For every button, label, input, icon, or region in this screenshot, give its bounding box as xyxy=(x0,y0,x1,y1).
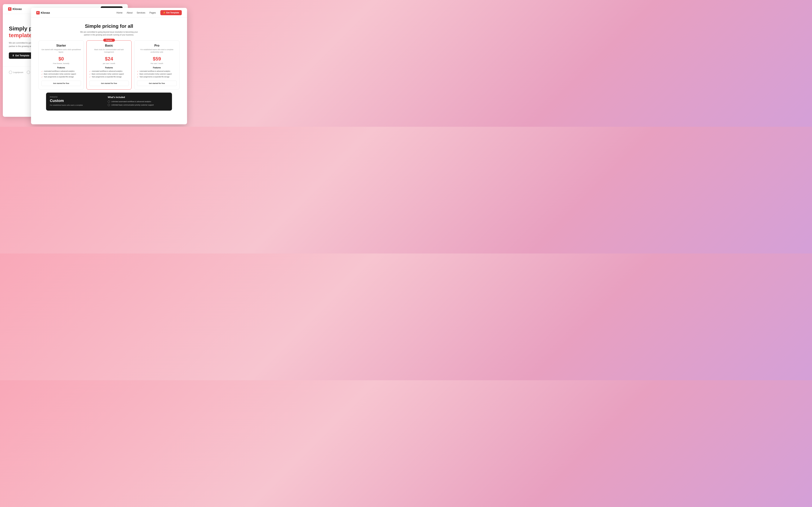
enterprise-description: For established teams who want a complet… xyxy=(50,104,100,107)
check-icon: ✓ xyxy=(137,70,139,72)
check-icon: ✓ xyxy=(137,73,139,75)
basic-features: ✓Automated workflows & advanced analytic… xyxy=(89,70,129,78)
headline-accent2: template xyxy=(9,32,32,38)
starter-features-title: Features xyxy=(41,67,81,69)
pro-price: $59 xyxy=(137,56,177,62)
logo-circle-1 xyxy=(9,71,12,74)
basic-feature-1: ✓Automated workflows & advanced analytic… xyxy=(89,70,129,72)
pro-feature-1: ✓Automated workflows & advanced analytic… xyxy=(137,70,177,72)
starter-period: Free forever, honestly xyxy=(41,62,81,64)
starter-features: ✓Automated workflows & advanced analytic… xyxy=(41,70,81,78)
basic-feature-2: ✓Basic communication riority customer su… xyxy=(89,73,129,75)
check-icon: ✓ xyxy=(89,76,91,78)
enterprise-feature-2: Unlimited basic communication priority c… xyxy=(108,104,168,106)
basic-feature-3: ✓Task assignments & expanded file storag… xyxy=(89,76,129,78)
back-logo-icon: K xyxy=(8,7,11,11)
front-window: K Klovax Home About Services Pages ⚡ Get… xyxy=(31,8,187,124)
pricing-header: Simple pricing for all We are committed … xyxy=(39,23,180,36)
basic-features-title: Features xyxy=(89,67,129,69)
front-nav-logo: K Klovax xyxy=(36,11,50,14)
starter-feature-1: ✓Automated workflows & advanced analytic… xyxy=(41,70,81,72)
check-icon: ✓ xyxy=(89,70,91,72)
pro-feature-2: ✓Basic communication riority customer su… xyxy=(137,73,177,75)
back-hero-cta-button[interactable]: ⬇ Get Template xyxy=(9,52,33,59)
enterprise-feature-1: Unlimited automated workflows & advanced… xyxy=(108,101,168,103)
check-icon: ✓ xyxy=(89,73,91,75)
check-icon: ✓ xyxy=(137,76,139,78)
enterprise-section: Enterprise Custom For established teams … xyxy=(46,93,172,111)
pro-cta-button[interactable]: Get started for free xyxy=(137,80,177,86)
enterprise-right: What's included Unlimited automated work… xyxy=(108,96,168,107)
starter-title: Starter xyxy=(41,44,81,47)
basic-title: Basic xyxy=(89,44,129,47)
back-logo-text: Klovax xyxy=(13,7,22,10)
pricing-title: Simple pricing for all xyxy=(39,23,180,29)
starter-price: $0 xyxy=(41,56,81,62)
front-nav-cta-button[interactable]: ⚡ Get Template xyxy=(160,10,182,15)
basic-period: per user / month xyxy=(89,62,129,64)
enterprise-what-included: What's included xyxy=(108,96,168,99)
front-nav-services[interactable]: Services xyxy=(137,11,145,14)
front-nav-links: Home About Services Pages xyxy=(116,11,156,14)
logo-item-1: Logoipsum xyxy=(9,71,23,74)
back-nav-logo: K Klovax xyxy=(8,7,22,11)
pro-features: ✓Automated workflows & advanced analytic… xyxy=(137,70,177,78)
pricing-card-basic: Popular Basic Basic tools for communicat… xyxy=(87,40,132,90)
enterprise-left: Enterprise Custom For established teams … xyxy=(50,96,100,107)
basic-desc: Basic tools for communication and task m… xyxy=(89,48,129,54)
check-icon: ✓ xyxy=(41,70,43,72)
pricing-section: Simple pricing for all We are committed … xyxy=(31,18,187,114)
enterprise-title: Custom xyxy=(50,99,100,103)
pro-title: Pro xyxy=(137,44,177,47)
enterprise-label: Enterprise xyxy=(50,96,100,98)
pro-period: Per user / month xyxy=(137,62,177,64)
logo-circle-2 xyxy=(27,71,30,74)
starter-cta-button[interactable]: Get started for free xyxy=(41,80,81,86)
pro-desc: For established teams who want a complet… xyxy=(137,48,177,54)
pricing-card-starter: Starter Get started with Integrations an… xyxy=(39,40,84,90)
front-nav: K Klovax Home About Services Pages ⚡ Get… xyxy=(31,8,187,18)
back-hero-cta-label: Get Template xyxy=(15,54,29,57)
pro-feature-3: ✓Task assignments & expanded file storag… xyxy=(137,76,177,78)
popular-badge: Popular xyxy=(103,39,115,42)
pricing-card-pro: Pro For established teams who want a com… xyxy=(134,40,180,90)
front-nav-home[interactable]: Home xyxy=(116,11,122,14)
check-icon: ✓ xyxy=(41,76,43,78)
starter-feature-3: ✓Task assignments & expanded file storag… xyxy=(41,76,81,78)
pro-features-title: Features xyxy=(137,67,177,69)
basic-cta-button[interactable]: Get started for free xyxy=(89,80,129,86)
ent-check-icon-2 xyxy=(108,104,110,106)
front-nav-about[interactable]: About xyxy=(127,11,133,14)
front-nav-pages[interactable]: Pages xyxy=(149,11,156,14)
basic-price: $24 xyxy=(89,56,129,62)
pricing-cards: Starter Get started with Integrations an… xyxy=(39,40,180,90)
pricing-description: We are committed to going beyond issue r… xyxy=(79,31,139,36)
download-icon: ⬇ xyxy=(12,54,14,57)
check-icon: ✓ xyxy=(41,73,43,75)
front-logo-text: Klovax xyxy=(41,11,50,14)
starter-desc: Get started with Integrations and a slic… xyxy=(41,48,81,54)
front-logo-icon: K xyxy=(36,11,40,14)
ent-check-icon-1 xyxy=(108,101,110,103)
starter-feature-2: ✓Basic communication riority customer su… xyxy=(41,73,81,75)
